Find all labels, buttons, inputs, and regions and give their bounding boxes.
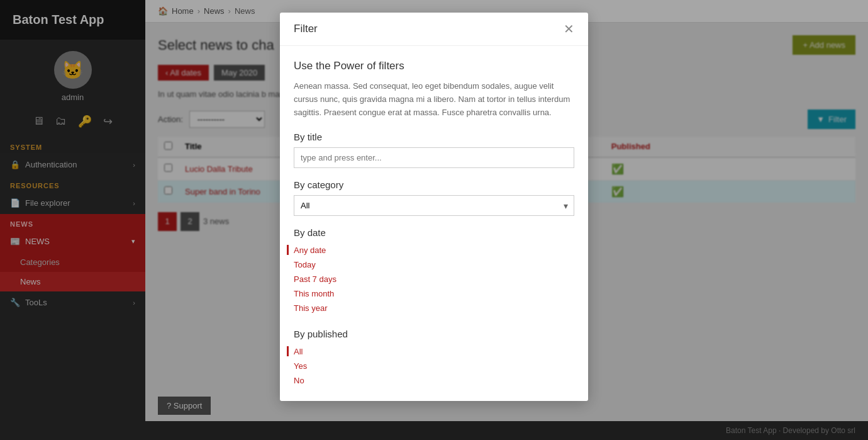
- modal-close-button[interactable]: ✕: [564, 23, 574, 35]
- modal-overlay[interactable]: Filter ✕ Use the Power of filters Aenean…: [0, 0, 868, 440]
- date-option-this-year[interactable]: This year: [294, 302, 574, 315]
- date-option-today[interactable]: Today: [294, 258, 574, 271]
- modal-title: Filter: [294, 23, 318, 35]
- category-select-wrapper: All Music Sports Tech: [294, 195, 574, 216]
- pub-option-no[interactable]: No: [294, 374, 574, 387]
- by-title-input[interactable]: [294, 147, 574, 168]
- pub-option-yes[interactable]: Yes: [294, 359, 574, 373]
- date-option-this-month[interactable]: This month: [294, 287, 574, 300]
- modal-header: Filter ✕: [280, 13, 588, 46]
- pub-option-all[interactable]: All: [294, 344, 574, 358]
- by-title-label: By title: [294, 132, 574, 142]
- date-option-past7[interactable]: Past 7 days: [294, 273, 574, 286]
- by-category-label: By category: [294, 179, 574, 190]
- date-option-any[interactable]: Any date: [294, 243, 574, 257]
- filter-description: Aenean massa. Sed consequat, leo eget bi…: [294, 80, 574, 119]
- filter-heading: Use the Power of filters: [294, 60, 574, 72]
- by-published-label: By published: [294, 329, 574, 339]
- date-options: Any date Today Past 7 days This month Th…: [294, 243, 574, 315]
- modal-body: Use the Power of filters Aenean massa. S…: [280, 46, 588, 401]
- filter-modal: Filter ✕ Use the Power of filters Aenean…: [280, 13, 588, 401]
- by-date-label: By date: [294, 227, 574, 238]
- published-options: All Yes No: [294, 344, 574, 387]
- category-select[interactable]: All Music Sports Tech: [294, 195, 574, 216]
